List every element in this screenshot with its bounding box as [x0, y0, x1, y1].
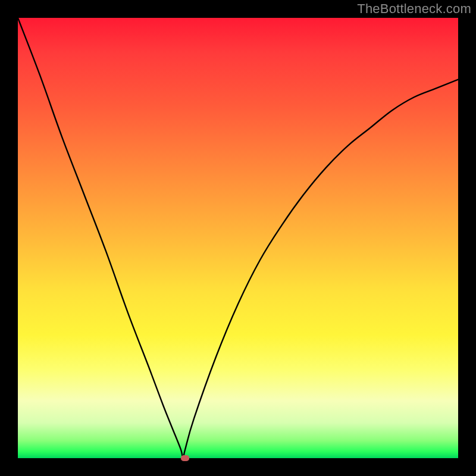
chart-frame: TheBottleneck.com	[0, 0, 476, 476]
watermark-text: TheBottleneck.com	[357, 1, 471, 17]
minimum-marker	[181, 455, 189, 461]
plot-area	[18, 18, 458, 458]
bottleneck-curve	[18, 18, 458, 458]
